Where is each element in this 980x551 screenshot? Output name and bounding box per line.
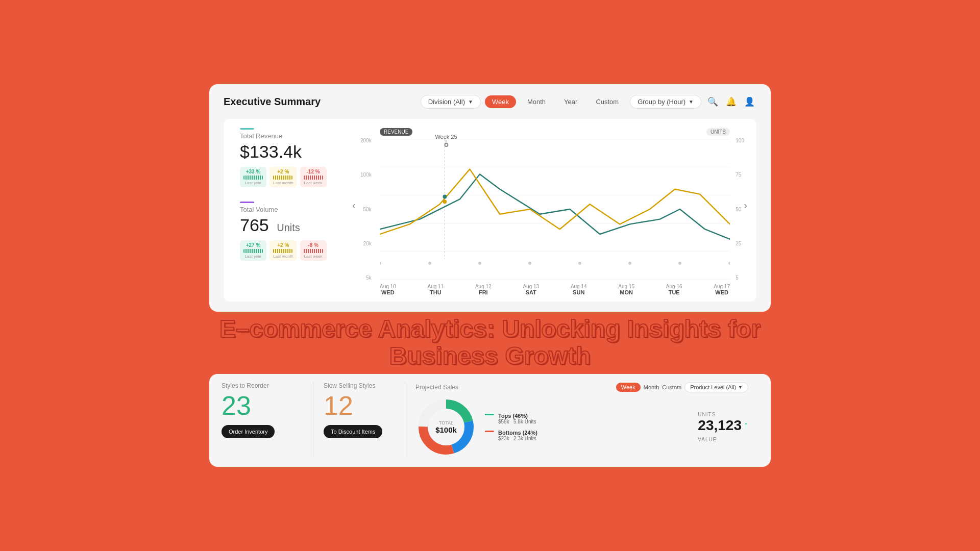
week-button[interactable]: Week [485, 95, 516, 108]
units-value: 23,123 ↑ [698, 417, 748, 434]
overlay-text: E–commerce Analytics: Unlocking Insights… [209, 316, 771, 370]
styles-to-reorder-value: 23 [222, 392, 303, 419]
legend-bottoms: Bottoms (24%) $23k 2.3k Units [485, 430, 537, 441]
volume-label: Total Volume [240, 206, 347, 213]
division-dropdown[interactable]: Division (All) ▼ [421, 95, 481, 109]
svg-point-8 [478, 262, 481, 265]
volume-badge-lastweek: -8 % Last week [300, 240, 327, 261]
chart-next-arrow[interactable]: › [744, 199, 747, 211]
svg-point-16 [443, 200, 447, 204]
x-label-1: Aug 11 THU [427, 284, 444, 295]
proj-month-button[interactable]: Month [644, 384, 659, 390]
volume-badges: +27 % Last year +2 % Last month -8 % [240, 240, 347, 261]
revenue-label: Total Revenue [240, 132, 347, 140]
chevron-down-icon: ▼ [689, 99, 694, 105]
svg-point-11 [628, 262, 631, 265]
user-icon[interactable]: 👤 [742, 94, 756, 109]
legend-tops: Tops (46%) $58k 5.8k Units [485, 413, 537, 424]
bottom-card: Styles to Reorder 23 Order Inventory Slo… [209, 374, 771, 467]
revenue-badge-lastweek: -12 % Last week [300, 167, 327, 187]
week-tooltip: Week 25 [435, 134, 457, 147]
x-label-2: Aug 12 FRI [475, 284, 492, 295]
donut-total-label: TOTAL [435, 420, 457, 425]
donut-legend: Tops (46%) $58k 5.8k Units [485, 413, 537, 441]
chart-prev-arrow[interactable]: ‹ [352, 199, 356, 211]
chart-area: REVENUE UNITS 200k 100k 50k 20k 5k [359, 128, 740, 295]
volume-accent [240, 202, 254, 203]
header: Executive Summary Division (All) ▼ Week … [224, 94, 756, 109]
proj-custom-button[interactable]: Custom [662, 384, 681, 390]
search-icon[interactable]: 🔍 [705, 94, 720, 109]
bell-icon[interactable]: 🔔 [724, 94, 738, 109]
donut-chart: TOTAL $100k [415, 396, 477, 458]
x-axis: Aug 10 WED Aug 11 THU Aug 12 FRI Aug 1 [380, 284, 730, 295]
top-dashboard-card: Executive Summary Division (All) ▼ Week … [209, 84, 771, 312]
units-label: UNITS [698, 412, 748, 417]
chevron-down-icon: ▼ [738, 385, 743, 390]
x-label-6: Aug 16 TUE [666, 284, 682, 295]
volume-badge-lastyear: +27 % Last year [240, 240, 266, 261]
header-controls: Division (All) ▼ Week Month Year Custom … [421, 94, 756, 109]
metrics-panel: Total Revenue $133.4k +33 % Last year +2… [240, 128, 347, 295]
value-label: VALUE [698, 437, 748, 442]
revenue-badge-lastmonth: +2 % Last month [270, 167, 297, 187]
x-label-5: Aug 15 MON [618, 284, 634, 295]
volume-value: 765 Units [240, 215, 347, 235]
revenue-metric: Total Revenue $133.4k +33 % Last year +2… [240, 128, 347, 187]
svg-point-10 [578, 262, 581, 265]
slow-selling-value: 12 [324, 392, 395, 419]
custom-button[interactable]: Custom [589, 95, 626, 108]
up-arrow-icon: ↑ [744, 420, 748, 431]
x-label-4: Aug 14 SUN [571, 284, 587, 295]
svg-point-13 [728, 262, 730, 265]
y-axis-right: 100 75 50 25 5 [736, 138, 744, 281]
slow-selling-title: Slow Selling Styles [324, 382, 395, 389]
units-section: UNITS 23,123 ↑ VALUE [698, 412, 748, 442]
styles-to-reorder-col: Styles to Reorder 23 Order Inventory [222, 382, 313, 458]
group-dropdown[interactable]: Group by (Hour) ▼ [630, 95, 701, 109]
x-label-3: Aug 13 SAT [523, 284, 539, 295]
proj-week-button[interactable]: Week [616, 383, 641, 392]
svg-point-7 [428, 262, 431, 265]
revenue-line [380, 174, 730, 239]
year-button[interactable]: Year [557, 95, 584, 108]
revenue-badge-label: REVENUE [380, 128, 412, 136]
x-label-7: Aug 17 WED [714, 284, 730, 295]
revenue-badge-lastyear: +33 % Last year [240, 167, 266, 187]
styles-to-reorder-title: Styles to Reorder [222, 382, 303, 389]
month-button[interactable]: Month [520, 95, 553, 108]
chart-card: Total Revenue $133.4k +33 % Last year +2… [224, 119, 756, 302]
revenue-badges: +33 % Last year +2 % Last month -12 % [240, 167, 347, 187]
chevron-down-icon: ▼ [468, 99, 473, 105]
svg-point-6 [380, 262, 381, 265]
x-label-0: Aug 10 WED [380, 284, 396, 295]
units-badge-label: UNITS [706, 128, 730, 136]
volume-metric: Total Volume 765 Units +27 % Last year [240, 202, 347, 261]
svg-point-9 [528, 262, 531, 265]
y-axis-left: 200k 100k 50k 20k 5k [360, 138, 372, 281]
svg-point-12 [678, 262, 681, 265]
svg-point-15 [443, 195, 447, 199]
line-chart [380, 138, 730, 281]
donut-total-value: $100k [435, 425, 457, 434]
product-level-dropdown[interactable]: Product Level (All) ▼ [684, 382, 748, 392]
slow-selling-col: Slow Selling Styles 12 To Discount Items [313, 382, 405, 458]
revenue-accent [240, 128, 254, 130]
bottom-cols: Styles to Reorder 23 Order Inventory Slo… [222, 382, 758, 458]
to-discount-button[interactable]: To Discount Items [324, 425, 382, 438]
units-line [380, 169, 730, 234]
projected-sales-title: Projected Sales [415, 384, 458, 391]
volume-badge-lastmonth: +2 % Last month [270, 240, 297, 261]
order-inventory-button[interactable]: Order Inventory [222, 425, 275, 438]
revenue-value: $133.4k [240, 142, 347, 162]
page-title: Executive Summary [224, 96, 321, 108]
projected-sales-col: Projected Sales Week Month Custom Produc… [405, 382, 758, 458]
